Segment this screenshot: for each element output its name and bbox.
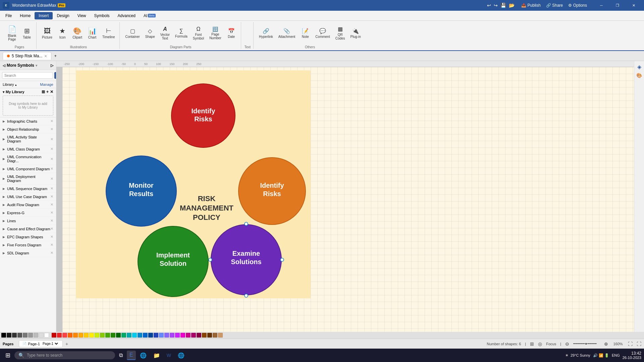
color-yellow1[interactable] — [78, 333, 83, 338]
lib-item-close-lines[interactable]: ✕ — [50, 219, 53, 223]
plugin-btn[interactable]: 🔌 Plug-in — [348, 23, 363, 43]
lib-item-object-relationship[interactable]: ▶ Object Relationship ✕ — [0, 125, 56, 133]
color-brown2[interactable] — [207, 333, 212, 338]
redo-btn[interactable]: ↪ — [494, 3, 498, 8]
zoom-in-btn[interactable]: ⊕ — [604, 341, 608, 347]
tab-close-btn[interactable]: ✕ — [44, 54, 47, 58]
menu-view[interactable]: View — [73, 12, 90, 19]
fit-page-btn[interactable]: ⛶ — [628, 341, 633, 347]
lib-item-close-uml-deploy[interactable]: ✕ — [50, 177, 53, 181]
color-violet1[interactable] — [159, 333, 164, 338]
color-lighter-gray[interactable] — [39, 333, 44, 338]
taskbar-app-word[interactable]: W — [164, 351, 174, 359]
color-dark3[interactable] — [17, 333, 22, 338]
color-red3[interactable] — [62, 333, 67, 338]
right-panel-icon1[interactable]: ◈ — [637, 64, 641, 70]
close-btn[interactable]: ✕ — [626, 0, 641, 11]
color-lime2[interactable] — [100, 333, 105, 338]
lib-item-uml-sequence[interactable]: ▶ UML Sequence Diagram ✕ — [0, 185, 56, 193]
fullscreen-btn[interactable]: ⛶ — [637, 341, 641, 347]
color-purple1[interactable] — [170, 333, 174, 338]
lib-item-close-epc[interactable]: ✕ — [50, 235, 53, 239]
search-input[interactable] — [2, 72, 53, 79]
undo-btn[interactable]: ↩ — [487, 3, 491, 8]
lib-item-epc[interactable]: ▶ EPC Diagram Shapes ✕ — [0, 233, 56, 241]
taskbar-app-files[interactable]: 📁 — [151, 351, 163, 360]
menu-file[interactable]: File — [1, 12, 16, 19]
page-number-btn[interactable]: 🔢 PageNumber — [207, 23, 223, 43]
taskbar-app-browser[interactable]: 🌐 — [137, 351, 149, 360]
lib-item-close-five[interactable]: ✕ — [50, 243, 53, 247]
menu-symbols[interactable]: Symbols — [90, 12, 114, 19]
diagram-canvas[interactable]: Identify Risks Monitor Results Identify … — [62, 67, 634, 352]
color-cyan[interactable] — [132, 333, 137, 338]
lib-item-uml-class[interactable]: ▶ UML Class Diagram ✕ — [0, 145, 56, 153]
color-tan[interactable] — [218, 333, 223, 338]
timeline-btn[interactable]: ⊢ Timeline — [100, 23, 117, 43]
container-btn[interactable]: ▢ Container — [123, 23, 142, 43]
shape-btn[interactable]: ◇ Shape — [143, 23, 157, 43]
menu-home[interactable]: Home — [16, 12, 35, 19]
lib-item-audit-flow[interactable]: ▶ Audit Flow Diagram ✕ — [0, 201, 56, 209]
color-orange2[interactable] — [73, 333, 78, 338]
add-tab-btn[interactable]: + — [51, 52, 59, 60]
page-1-tab[interactable]: 📄 Page-1 Page-1 — [19, 340, 62, 347]
lib-item-close-uml-class[interactable]: ✕ — [50, 147, 53, 151]
menu-ai[interactable]: AI Beta — [140, 12, 160, 19]
color-brown1[interactable] — [202, 333, 207, 338]
picture-btn[interactable]: 🖼 Picture — [40, 23, 54, 43]
my-lib-add-icon[interactable]: + — [46, 89, 49, 94]
color-yellow3[interactable] — [89, 333, 94, 338]
start-btn[interactable]: ⊞ — [3, 350, 13, 360]
blank-page-btn[interactable]: 📄 BlankPage — [5, 23, 19, 43]
icon-btn[interactable]: ★ Icon — [56, 23, 69, 43]
taskbar-search[interactable]: 🔍 Type here to search — [14, 351, 115, 359]
lib-item-close-infographic[interactable]: ✕ — [50, 119, 53, 123]
lib-item-uml-usecase[interactable]: ▶ UML Use Case Diagram ✕ — [0, 193, 56, 201]
color-magenta2[interactable] — [186, 333, 191, 338]
share-btn[interactable]: 🔗 Share — [546, 3, 563, 8]
note-btn[interactable]: 📝 Note — [299, 23, 312, 43]
lib-item-close-cause[interactable]: ✕ — [50, 227, 53, 231]
formula-btn[interactable]: ∑ Formula — [173, 23, 190, 43]
color-dark2[interactable] — [12, 333, 17, 338]
lib-item-uml-component[interactable]: ▶ UML Component Diagram ✕ — [0, 165, 56, 173]
task-view-btn[interactable]: ⧉ — [116, 351, 125, 360]
attachment-btn[interactable]: 📎 Attachment — [276, 23, 298, 43]
lib-item-close-audit[interactable]: ✕ — [50, 202, 53, 207]
lib-item-five-forces[interactable]: ▶ Five Forces Diagram ✕ — [0, 241, 56, 249]
comment-btn[interactable]: 💬 Comment — [313, 23, 332, 43]
menu-design[interactable]: Design — [53, 12, 73, 19]
color-green2[interactable] — [111, 333, 115, 338]
clipart-btn[interactable]: 🎨 Clipart — [70, 23, 84, 43]
lib-item-uml-deployment[interactable]: ▶ UML Deployment Diagram ✕ — [0, 173, 56, 185]
zoom-out-btn[interactable]: ⊖ — [565, 341, 569, 347]
save-btn[interactable]: 💾 — [500, 3, 506, 8]
page-1-dropdown[interactable]: Page-1 — [41, 342, 59, 346]
lib-item-lines[interactable]: ▶ Lines ✕ — [0, 217, 56, 225]
lib-item-close-uml-comm[interactable]: ✕ — [50, 157, 53, 161]
lib-item-cause-effect[interactable]: ▶ Cause and Effect Diagram ✕ — [0, 225, 56, 233]
lib-item-close-uml-seq[interactable]: ✕ — [50, 186, 53, 191]
menu-insert[interactable]: Insert — [35, 12, 53, 19]
chart-btn[interactable]: 📊 Chart — [86, 23, 99, 43]
add-page-btn[interactable]: + — [65, 341, 68, 347]
color-pink1[interactable] — [191, 333, 196, 338]
lib-item-close-uml-component[interactable]: ✕ — [50, 167, 53, 171]
menu-advanced[interactable]: Advanced — [114, 12, 140, 19]
lib-item-infographic[interactable]: ▶ Infographic Charts ✕ — [0, 117, 56, 125]
lib-item-sdl[interactable]: ▶ SDL Diagram ✕ — [0, 249, 56, 257]
color-gray2[interactable] — [28, 333, 33, 338]
color-magenta1[interactable] — [180, 333, 185, 338]
color-white[interactable] — [44, 333, 49, 338]
my-lib-close-icon[interactable]: ✕ — [50, 89, 53, 94]
color-pink2[interactable] — [197, 333, 201, 338]
manage-btn[interactable]: Manage — [40, 82, 53, 86]
color-light-gray[interactable] — [34, 333, 38, 338]
lib-item-close-express[interactable]: ✕ — [50, 210, 53, 215]
taskbar-app-edraw[interactable]: E — [127, 351, 136, 360]
vector-text-btn[interactable]: A VectorText — [158, 23, 172, 43]
open-btn[interactable]: 📂 — [509, 3, 515, 8]
color-purple2[interactable] — [175, 333, 180, 338]
hyperlink-btn[interactable]: 🔗 Hyperlink — [257, 23, 275, 43]
